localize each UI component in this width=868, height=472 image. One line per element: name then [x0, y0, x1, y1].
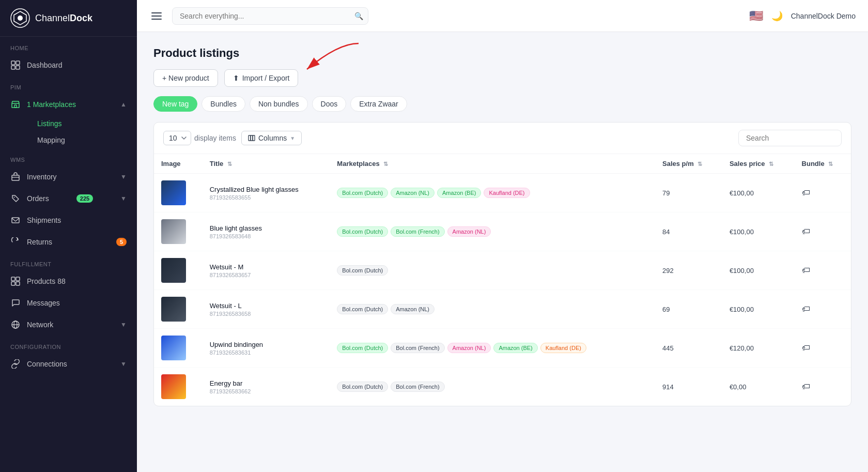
sidebar-item-inventory[interactable]: Inventory ▼	[0, 166, 137, 188]
marketplace-tag[interactable]: Amazon (NL)	[447, 226, 491, 237]
sidebar-item-listings[interactable]: Listings	[27, 115, 137, 132]
sidebar-item-shipments[interactable]: Shipments	[0, 209, 137, 231]
marketplace-tag[interactable]: Amazon (NL)	[447, 343, 491, 353]
sidebar-item-returns-label: Returns	[27, 238, 52, 246]
marketplace-tag[interactable]: Bol.com (Dutch)	[337, 382, 388, 392]
marketplace-tag[interactable]: Bol.com (French)	[391, 226, 444, 237]
import-export-label: Import / Export	[242, 74, 290, 82]
sidebar-item-mapping[interactable]: Mapping	[27, 132, 137, 148]
marketplace-tag[interactable]: Amazon (NL)	[391, 188, 435, 198]
sidebar-item-connections[interactable]: Connections ▼	[0, 353, 137, 375]
svg-rect-12	[16, 277, 20, 281]
sidebar-item-returns[interactable]: Returns 5	[0, 231, 137, 253]
sidebar-item-products[interactable]: Products 88	[0, 270, 137, 292]
product-image	[161, 219, 186, 244]
sidebar-section-fulfillment: Fulfillment	[0, 253, 137, 270]
cell-sales-price: €0,00	[722, 368, 795, 406]
sidebar-item-marketplaces[interactable]: 1 Marketplaces ▲	[0, 94, 137, 115]
marketplace-tag[interactable]: Bol.com (Dutch)	[337, 188, 388, 198]
marketplace-tag[interactable]: Amazon (BE)	[493, 343, 537, 353]
import-export-button[interactable]: ⬆ Import / Export	[224, 69, 299, 87]
tag-doos[interactable]: Doos	[312, 96, 347, 112]
product-title: Blue light glasses	[210, 224, 323, 232]
store-icon	[10, 99, 21, 110]
cell-image	[154, 290, 203, 329]
topbar-right: 🇺🇸 🌙 ChannelDock Demo	[749, 9, 856, 23]
logo-text: ChannelDock	[35, 13, 92, 24]
sidebar-item-network[interactable]: Network ▼	[0, 314, 137, 336]
col-marketplaces[interactable]: Marketplaces ⇅	[330, 154, 655, 174]
sidebar-item-dashboard[interactable]: Dashboard	[0, 54, 137, 76]
product-sku: 8719326583631	[210, 349, 323, 356]
sidebar-item-marketplaces-label: 1 Marketplaces	[27, 100, 76, 109]
svg-rect-11	[11, 277, 15, 281]
sidebar-item-shipments-label: Shipments	[27, 216, 61, 224]
flag-us-icon[interactable]: 🇺🇸	[749, 9, 763, 23]
columns-label: Columns	[258, 134, 287, 142]
items-per-page-select[interactable]: 10 25 50	[163, 131, 191, 145]
product-image	[161, 258, 186, 283]
table-row[interactable]: Upwind bindingen8719326583631Bol.com (Du…	[154, 329, 851, 368]
returns-badge: 5	[116, 238, 127, 246]
table-row[interactable]: Wetsuit - L8719326583658Bol.com (Dutch)A…	[154, 290, 851, 329]
sidebar-item-network-label: Network	[27, 321, 53, 329]
tag-new-tag[interactable]: New tag	[153, 96, 197, 112]
cell-title: Wetsuit - L8719326583658	[203, 290, 330, 329]
topbar-search-input[interactable]	[172, 7, 368, 25]
sidebar-item-products-label: Products 88	[27, 277, 66, 285]
cell-image	[154, 212, 203, 251]
table-row[interactable]: Crystallized Blue light glasses871932658…	[154, 174, 851, 212]
marketplace-tag[interactable]: Bol.com (Dutch)	[337, 304, 388, 314]
marketplace-tag[interactable]: Amazon (NL)	[391, 304, 435, 314]
marketplace-tag[interactable]: Bol.com (French)	[391, 343, 444, 353]
marketplace-tag[interactable]: Bol.com (Dutch)	[337, 265, 388, 276]
sidebar-item-messages-label: Messages	[27, 299, 60, 307]
dark-mode-toggle[interactable]: 🌙	[771, 10, 783, 22]
product-title: Crystallized Blue light glasses	[210, 186, 323, 193]
marketplace-tags: Bol.com (Dutch)Bol.com (French)Amazon (N…	[337, 226, 648, 237]
marketplace-tags: Bol.com (Dutch)	[337, 265, 648, 276]
sidebar-item-connections-label: Connections	[27, 360, 67, 368]
marketplace-tag[interactable]: Kaufland (DE)	[484, 188, 530, 198]
marketplace-tag[interactable]: Amazon (BE)	[437, 188, 481, 198]
marketplace-tag[interactable]: Bol.com (Dutch)	[337, 343, 388, 353]
sidebar-item-messages[interactable]: Messages	[0, 292, 137, 314]
columns-button[interactable]: Columns ▼	[241, 131, 302, 145]
tag-bundles[interactable]: Bundles	[202, 96, 245, 112]
chat-icon	[10, 298, 21, 308]
cell-marketplaces: Bol.com (Dutch)	[330, 251, 655, 290]
table-row[interactable]: Energy bar8719326583662Bol.com (Dutch)Bo…	[154, 368, 851, 406]
table-header-row: Image Title ⇅ Marketplaces ⇅ Sales p/m ⇅…	[154, 154, 851, 174]
tag-extra-zwaar-label: Extra Zwaar	[359, 100, 398, 108]
cell-marketplaces: Bol.com (Dutch)Amazon (NL)	[330, 290, 655, 329]
product-sku: 8719326583655	[210, 194, 323, 201]
tag-bundles-label: Bundles	[210, 100, 237, 108]
col-sales-price[interactable]: Sales price ⇅	[722, 154, 795, 174]
content-area: Product listings + New product ⬆ Import …	[137, 32, 868, 472]
marketplace-tag[interactable]: Bol.com (French)	[391, 382, 444, 392]
user-name: ChannelDock Demo	[791, 12, 856, 20]
tag-extra-zwaar[interactable]: Extra Zwaar	[350, 96, 407, 112]
table-row[interactable]: Wetsuit - M8719326583657Bol.com (Dutch)2…	[154, 251, 851, 290]
marketplace-tag[interactable]: Bol.com (Dutch)	[337, 226, 388, 237]
cell-title: Wetsuit - M8719326583657	[203, 251, 330, 290]
tag-non-bundles[interactable]: Non bundles	[250, 96, 308, 112]
marketplace-tag[interactable]: Kaufland (DE)	[540, 343, 586, 353]
chevron-down-connections-icon: ▼	[120, 360, 127, 368]
table-row[interactable]: Blue light glasses8719326583648Bol.com (…	[154, 212, 851, 251]
bundle-tag-icon: 🏷	[802, 382, 810, 391]
col-title[interactable]: Title ⇅	[203, 154, 330, 174]
marketplace-tags: Bol.com (Dutch)Bol.com (French)	[337, 382, 648, 392]
bundle-tag-icon: 🏷	[802, 227, 810, 236]
col-bundle[interactable]: Bundle ⇅	[795, 154, 851, 174]
import-export-container: ⬆ Import / Export	[224, 69, 299, 87]
product-sku: 8719326583648	[210, 233, 323, 239]
mail-icon	[10, 215, 21, 225]
new-product-button[interactable]: + New product	[153, 69, 218, 87]
table-search-input[interactable]	[738, 130, 842, 146]
topbar-search-wrap: 🔍	[172, 7, 368, 25]
hamburger-button[interactable]	[149, 10, 164, 22]
svg-rect-4	[16, 61, 20, 65]
sidebar-item-orders[interactable]: Orders 225 ▼	[0, 188, 137, 209]
col-sales-pm[interactable]: Sales p/m ⇅	[655, 154, 722, 174]
